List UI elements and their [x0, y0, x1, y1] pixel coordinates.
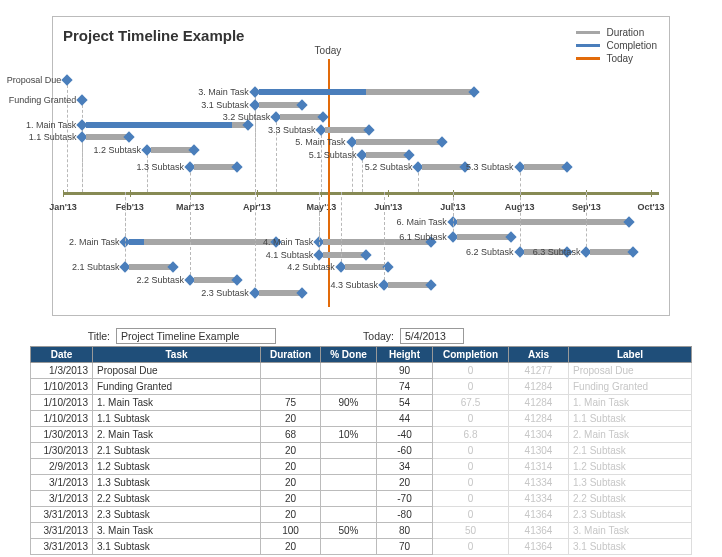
table-row[interactable]: 2/9/20131.2 Subtask20340413141.2 Subtask	[31, 459, 692, 475]
table-row[interactable]: 3/31/20132.3 Subtask20-800413642.3 Subta…	[31, 507, 692, 523]
table-cell[interactable]: 1/10/2013	[31, 395, 93, 411]
table-cell[interactable]: 0	[433, 507, 509, 523]
table-cell[interactable]: 3/1/2013	[31, 491, 93, 507]
table-cell[interactable]: 20	[261, 459, 321, 475]
table-cell[interactable]	[321, 507, 377, 523]
table-cell[interactable]: Proposal Due	[569, 363, 692, 379]
table-cell[interactable]: 3. Main Task	[93, 523, 261, 539]
table-cell[interactable]: 41364	[509, 539, 569, 555]
table-cell[interactable]: 20	[261, 411, 321, 427]
table-cell[interactable]: 41364	[509, 523, 569, 539]
table-cell[interactable]: 20	[261, 475, 321, 491]
table-cell[interactable]: 75	[261, 395, 321, 411]
table-row[interactable]: 1/10/2013Funding Granted74041284Funding …	[31, 379, 692, 395]
table-cell[interactable]	[321, 443, 377, 459]
table-cell[interactable]: -60	[377, 443, 433, 459]
table-cell[interactable]: 0	[433, 539, 509, 555]
table-cell[interactable]: 2.1 Subtask	[569, 443, 692, 459]
table-cell[interactable]: 100	[261, 523, 321, 539]
table-cell[interactable]: 80	[377, 523, 433, 539]
table-cell[interactable]: 1.1 Subtask	[569, 411, 692, 427]
table-cell[interactable]: -80	[377, 507, 433, 523]
table-cell[interactable]: 0	[433, 443, 509, 459]
table-cell[interactable]: 2.2 Subtask	[93, 491, 261, 507]
table-cell[interactable]: 2.3 Subtask	[93, 507, 261, 523]
table-cell[interactable]: 20	[261, 443, 321, 459]
table-cell[interactable]: 0	[433, 363, 509, 379]
table-cell[interactable]: 1/3/2013	[31, 363, 93, 379]
table-row[interactable]: 1/10/20131. Main Task7590%5467.5412841. …	[31, 395, 692, 411]
table-cell[interactable]: 70	[377, 539, 433, 555]
table-cell[interactable]: 20	[261, 507, 321, 523]
table-cell[interactable]: 0	[433, 475, 509, 491]
table-row[interactable]: 3/1/20131.3 Subtask20200413341.3 Subtask	[31, 475, 692, 491]
table-cell[interactable]: 90	[377, 363, 433, 379]
table-cell[interactable]: Funding Granted	[569, 379, 692, 395]
table-cell[interactable]: 3. Main Task	[569, 523, 692, 539]
table-cell[interactable]: 0	[433, 491, 509, 507]
table-cell[interactable]	[321, 459, 377, 475]
table-cell[interactable]: 1/30/2013	[31, 427, 93, 443]
table-cell[interactable]: 1/30/2013	[31, 443, 93, 459]
table-cell[interactable]	[261, 363, 321, 379]
table-cell[interactable]: 3.1 Subtask	[93, 539, 261, 555]
table-cell[interactable]: 41364	[509, 507, 569, 523]
table-cell[interactable]: 74	[377, 379, 433, 395]
today-value-cell[interactable]: 5/4/2013	[400, 328, 464, 344]
table-cell[interactable]: 3/31/2013	[31, 539, 93, 555]
table-cell[interactable]	[321, 363, 377, 379]
table-cell[interactable]: -40	[377, 427, 433, 443]
table-cell[interactable]: 2. Main Task	[93, 427, 261, 443]
table-cell[interactable]: 2.1 Subtask	[93, 443, 261, 459]
table-cell[interactable]: 6.8	[433, 427, 509, 443]
table-cell[interactable]: 1.1 Subtask	[93, 411, 261, 427]
table-cell[interactable]: 34	[377, 459, 433, 475]
table-cell[interactable]: -70	[377, 491, 433, 507]
table-cell[interactable]: 2/9/2013	[31, 459, 93, 475]
table-cell[interactable]: 10%	[321, 427, 377, 443]
table-cell[interactable]: 20	[377, 475, 433, 491]
table-row[interactable]: 3/31/20133.1 Subtask20700413643.1 Subtas…	[31, 539, 692, 555]
table-cell[interactable]: 1/10/2013	[31, 379, 93, 395]
table-cell[interactable]: 1/10/2013	[31, 411, 93, 427]
table-cell[interactable]	[321, 539, 377, 555]
table-cell[interactable]: 3/31/2013	[31, 507, 93, 523]
table-row[interactable]: 3/31/20133. Main Task10050%8050413643. M…	[31, 523, 692, 539]
table-cell[interactable]: 68	[261, 427, 321, 443]
title-value-cell[interactable]: Project Timeline Example	[116, 328, 276, 344]
table-cell[interactable]	[321, 475, 377, 491]
table-cell[interactable]: 1.2 Subtask	[569, 459, 692, 475]
table-cell[interactable]: 41304	[509, 443, 569, 459]
table-cell[interactable]: 41284	[509, 395, 569, 411]
table-cell[interactable]: 90%	[321, 395, 377, 411]
table-cell[interactable]: 50%	[321, 523, 377, 539]
table-cell[interactable]: 44	[377, 411, 433, 427]
table-row[interactable]: 3/1/20132.2 Subtask20-700413342.2 Subtas…	[31, 491, 692, 507]
table-cell[interactable]: 20	[261, 539, 321, 555]
table-cell[interactable]: 0	[433, 411, 509, 427]
table-cell[interactable]: 41314	[509, 459, 569, 475]
table-cell[interactable]: 41334	[509, 491, 569, 507]
table-cell[interactable]: 20	[261, 491, 321, 507]
table-cell[interactable]	[321, 491, 377, 507]
table-cell[interactable]: 2.2 Subtask	[569, 491, 692, 507]
table-cell[interactable]: 1. Main Task	[93, 395, 261, 411]
table-cell[interactable]: 41284	[509, 379, 569, 395]
table-row[interactable]: 1/30/20132.1 Subtask20-600413042.1 Subta…	[31, 443, 692, 459]
table-cell[interactable]: 50	[433, 523, 509, 539]
table-cell[interactable]: 2.3 Subtask	[569, 507, 692, 523]
table-row[interactable]: 1/10/20131.1 Subtask20440412841.1 Subtas…	[31, 411, 692, 427]
table-cell[interactable]: Funding Granted	[93, 379, 261, 395]
table-cell[interactable]: 2. Main Task	[569, 427, 692, 443]
table-cell[interactable]: 67.5	[433, 395, 509, 411]
table-cell[interactable]: 41304	[509, 427, 569, 443]
table-cell[interactable]: 1.2 Subtask	[93, 459, 261, 475]
table-cell[interactable]	[321, 379, 377, 395]
table-cell[interactable]: 0	[433, 459, 509, 475]
table-cell[interactable]	[321, 411, 377, 427]
table-cell[interactable]: 1. Main Task	[569, 395, 692, 411]
table-cell[interactable]: 3.1 Subtask	[569, 539, 692, 555]
table-cell[interactable]: 0	[433, 379, 509, 395]
table-cell[interactable]: 1.3 Subtask	[93, 475, 261, 491]
table-cell[interactable]: 41334	[509, 475, 569, 491]
